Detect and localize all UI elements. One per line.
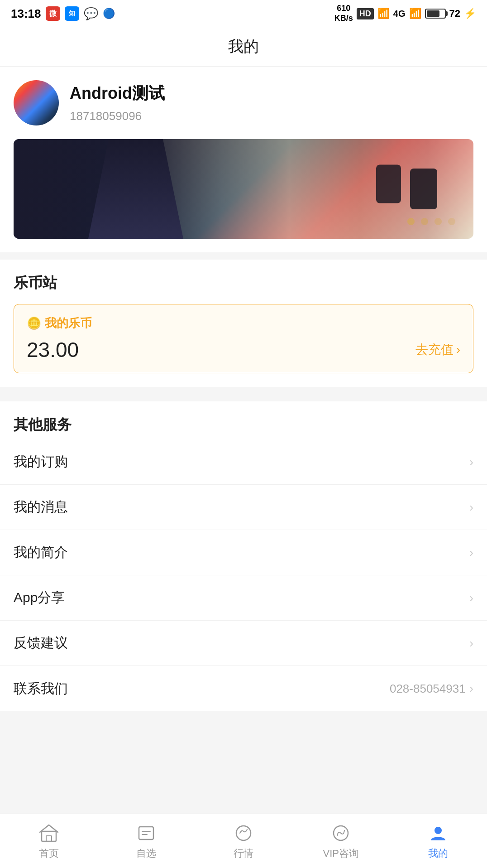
- service-item-left-0: 我的订购: [14, 453, 68, 471]
- nav-item-home[interactable]: 首页: [0, 822, 97, 860]
- profile-section: Android测试 18718059096: [0, 67, 487, 139]
- nav-item-vip[interactable]: VIP咨询: [292, 822, 390, 860]
- svg-rect-1: [46, 836, 52, 841]
- nav-label-watchlist: 自选: [136, 847, 156, 860]
- page-title: 我的: [228, 38, 259, 55]
- service-item-right-2: ›: [469, 545, 473, 560]
- service-item-my-messages[interactable]: 我的消息 ›: [0, 485, 487, 530]
- profile-phone: 18718059096: [70, 109, 165, 123]
- coin-card-body: 23.00 去充值 ›: [27, 338, 460, 362]
- zhihu-icon: 知: [65, 6, 79, 21]
- service-label-4: 反馈建议: [14, 634, 68, 652]
- coin-icon: 🪙: [27, 316, 41, 330]
- chevron-icon-1: ›: [469, 500, 473, 515]
- svg-point-7: [434, 827, 442, 834]
- nav-item-watchlist[interactable]: 自选: [97, 822, 195, 860]
- banner-mic-2: [376, 165, 401, 203]
- service-item-left-4: 反馈建议: [14, 634, 68, 652]
- nav-item-mine[interactable]: 我的: [390, 822, 487, 860]
- services-title: 其他服务: [0, 401, 487, 439]
- status-bar: 13:18 微 知 💬 🔵 610KB/s HD 📶 4G 📶 72 ⚡: [0, 0, 487, 27]
- coin-section: 乐币站 🪙 我的乐币 23.00 去充值 ›: [0, 260, 487, 387]
- service-item-left-5: 联系我们: [14, 680, 68, 698]
- coin-recharge-button[interactable]: 去充值 ›: [415, 341, 460, 358]
- service-label-1: 我的消息: [14, 498, 68, 516]
- service-item-left-3: App分享: [14, 588, 65, 607]
- status-icon-4: 🔵: [103, 8, 115, 19]
- charging-icon: ⚡: [464, 8, 476, 19]
- avatar-image: [14, 80, 59, 125]
- coin-section-title: 乐币站: [14, 273, 473, 293]
- service-item-my-subscription[interactable]: 我的订购 ›: [0, 439, 487, 485]
- coin-card-label: 我的乐币: [45, 315, 92, 331]
- service-value-5: 028-85054931: [390, 682, 466, 696]
- service-item-right-5: 028-85054931 ›: [390, 681, 473, 696]
- service-item-left-1: 我的消息: [14, 498, 68, 516]
- coin-card-header: 🪙 我的乐币: [27, 315, 460, 331]
- nav-label-home: 首页: [39, 847, 59, 860]
- service-label-2: 我的简介: [14, 543, 68, 562]
- banner-section: [0, 139, 487, 252]
- battery-level: 72: [449, 8, 460, 19]
- banner-mic-1: [410, 169, 437, 209]
- vip-icon: [330, 822, 352, 844]
- coin-card[interactable]: 🪙 我的乐币 23.00 去充值 ›: [14, 304, 473, 373]
- bottom-nav: 首页 自选 行情 VIP咨询: [0, 814, 487, 868]
- coin-amount: 23.00: [27, 338, 79, 362]
- signal-icon: 📶: [377, 8, 390, 19]
- market-icon: [233, 822, 254, 844]
- service-item-right-0: ›: [469, 455, 473, 469]
- chevron-icon-4: ›: [469, 636, 473, 651]
- recharge-chevron-icon: ›: [456, 342, 460, 357]
- network-speed: 610KB/s: [334, 4, 353, 23]
- home-icon: [38, 822, 60, 844]
- service-label-0: 我的订购: [14, 453, 68, 471]
- page-header: 我的: [0, 27, 487, 67]
- service-item-my-profile[interactable]: 我的简介 ›: [0, 530, 487, 575]
- service-item-feedback[interactable]: 反馈建议 ›: [0, 621, 487, 666]
- service-label-3: App分享: [14, 588, 65, 607]
- status-time: 13:18: [11, 7, 41, 21]
- weibo-icon: 微: [46, 6, 60, 21]
- banner-image[interactable]: [14, 139, 473, 239]
- nav-item-market[interactable]: 行情: [195, 822, 292, 860]
- profile-name: Android测试: [70, 82, 165, 105]
- banner-dots: [407, 218, 455, 225]
- signal-bars: 📶: [409, 8, 421, 19]
- message-icon: 💬: [84, 7, 98, 21]
- 4g-icon: 4G: [393, 9, 406, 19]
- services-section: 其他服务 我的订购 › 我的消息 › 我的简介 › App分享 ›: [0, 401, 487, 711]
- hd-badge: HD: [357, 8, 374, 19]
- bottom-spacer: [0, 711, 487, 770]
- battery-icon: [425, 9, 446, 19]
- service-item-right-3: ›: [469, 591, 473, 605]
- service-item-right-4: ›: [469, 636, 473, 651]
- status-bar-right: 610KB/s HD 📶 4G 📶 72 ⚡: [334, 4, 476, 23]
- mine-icon: [427, 822, 449, 844]
- chevron-icon-5: ›: [469, 681, 473, 696]
- section-divider-2: [0, 387, 487, 394]
- status-bar-left: 13:18 微 知 💬 🔵: [11, 6, 115, 21]
- service-item-app-share[interactable]: App分享 ›: [0, 575, 487, 621]
- chevron-icon-3: ›: [469, 591, 473, 605]
- section-divider-1: [0, 252, 487, 260]
- avatar[interactable]: [14, 80, 59, 125]
- service-item-left-2: 我的简介: [14, 543, 68, 562]
- nav-label-mine: 我的: [428, 847, 448, 860]
- svg-point-5: [236, 826, 251, 840]
- nav-label-market: 行情: [234, 847, 253, 860]
- chevron-icon-0: ›: [469, 455, 473, 469]
- service-item-right-1: ›: [469, 500, 473, 515]
- coin-recharge-label: 去充值: [415, 341, 454, 358]
- service-label-5: 联系我们: [14, 680, 68, 698]
- nav-label-vip: VIP咨询: [323, 847, 358, 860]
- watchlist-icon: [135, 822, 157, 844]
- svg-rect-2: [139, 827, 153, 839]
- service-item-contact-us[interactable]: 联系我们 028-85054931 ›: [0, 666, 487, 711]
- profile-info: Android测试 18718059096: [70, 82, 165, 123]
- banner-overlay: [14, 139, 473, 239]
- chevron-icon-2: ›: [469, 545, 473, 560]
